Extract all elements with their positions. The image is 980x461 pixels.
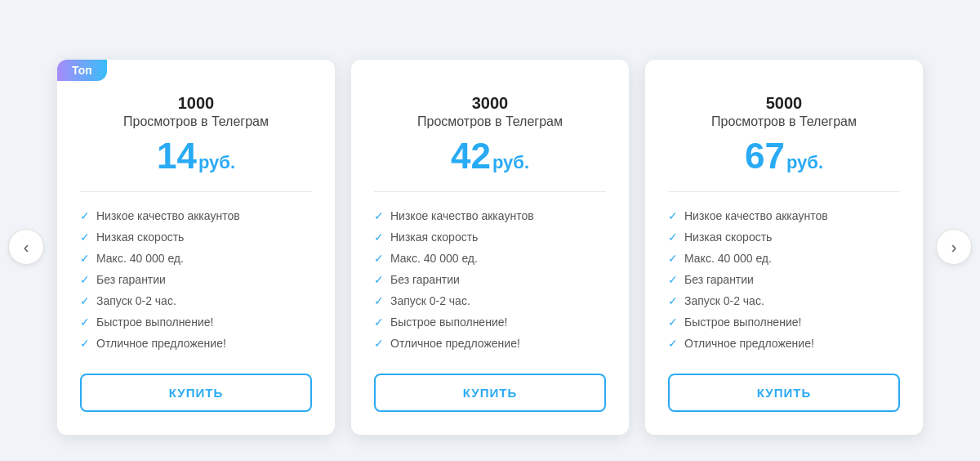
check-icon: ✓ xyxy=(80,337,90,350)
feature-item: ✓ Быстрое выполнение! xyxy=(374,311,606,333)
feature-text: Запуск 0-2 час. xyxy=(684,294,764,307)
feature-text: Низкая скорость xyxy=(684,230,772,244)
check-icon: ✓ xyxy=(668,337,678,350)
check-icon: ✓ xyxy=(374,209,384,222)
check-icon: ✓ xyxy=(668,230,678,244)
feature-text: Быстрое выполнение! xyxy=(390,316,507,329)
feature-item: ✓ Без гарантии xyxy=(374,269,606,290)
price-value: 67 xyxy=(745,136,785,177)
feature-item: ✓ Отличное предложение! xyxy=(80,333,312,354)
price-value: 14 xyxy=(157,136,197,177)
feature-text: Без гарантии xyxy=(96,273,166,286)
feature-item: ✓ Низкая скорость xyxy=(374,226,606,248)
check-icon: ✓ xyxy=(668,316,678,329)
feature-text: Макс. 40 000 ед. xyxy=(390,252,478,265)
card-2: 3000 Просмотров в Телеграм 42 руб. ✓ Низ… xyxy=(351,60,629,435)
check-icon: ✓ xyxy=(80,294,90,307)
feature-item: ✓ Без гарантии xyxy=(668,269,900,290)
check-icon: ✓ xyxy=(668,209,678,222)
card-subtitle: Просмотров в Телеграм xyxy=(417,114,563,129)
prev-button[interactable]: ‹ xyxy=(8,229,44,265)
feature-item: ✓ Быстрое выполнение! xyxy=(668,311,900,333)
feature-item: ✓ Без гарантии xyxy=(80,269,312,290)
feature-item: ✓ Низкая скорость xyxy=(80,226,312,248)
feature-item: ✓ Низкое качество аккаунтов xyxy=(668,205,900,226)
card-price: 42 руб. xyxy=(451,136,529,177)
features-list: ✓ Низкое качество аккаунтов ✓ Низкая ско… xyxy=(668,205,900,354)
feature-item: ✓ Макс. 40 000 ед. xyxy=(80,248,312,269)
check-icon: ✓ xyxy=(374,294,384,307)
feature-text: Низкое качество аккаунтов xyxy=(390,209,534,222)
check-icon: ✓ xyxy=(80,252,90,265)
check-icon: ✓ xyxy=(668,294,678,307)
check-icon: ✓ xyxy=(80,209,90,222)
check-icon: ✓ xyxy=(374,316,384,329)
price-value: 42 xyxy=(451,136,491,177)
check-icon: ✓ xyxy=(374,252,384,265)
feature-text: Запуск 0-2 час. xyxy=(390,294,470,307)
feature-text: Низкое качество аккаунтов xyxy=(96,209,240,222)
feature-item: ✓ Быстрое выполнение! xyxy=(80,311,312,333)
card-1: Топ 1000 Просмотров в Телеграм 14 руб. ✓… xyxy=(57,60,335,435)
divider xyxy=(80,191,312,192)
card-price: 67 руб. xyxy=(745,136,823,177)
card-price: 14 руб. xyxy=(157,136,235,177)
cards-container: Топ 1000 Просмотров в Телеграм 14 руб. ✓… xyxy=(57,60,923,435)
carousel-wrapper: ‹ Топ 1000 Просмотров в Телеграм 14 руб.… xyxy=(8,16,972,461)
card-quantity: 5000 xyxy=(766,94,803,113)
feature-item: ✓ Низкое качество аккаунтов xyxy=(374,205,606,226)
check-icon: ✓ xyxy=(668,273,678,286)
feature-text: Низкая скорость xyxy=(96,230,184,244)
feature-item: ✓ Отличное предложение! xyxy=(668,333,900,354)
check-icon: ✓ xyxy=(374,230,384,244)
feature-text: Низкая скорость xyxy=(390,230,478,244)
feature-item: ✓ Макс. 40 000 ед. xyxy=(668,248,900,269)
card-3: 5000 Просмотров в Телеграм 67 руб. ✓ Низ… xyxy=(645,60,923,435)
next-button[interactable]: › xyxy=(936,229,972,265)
feature-text: Макс. 40 000 ед. xyxy=(96,252,184,265)
card-subtitle: Просмотров в Телеграм xyxy=(711,114,857,129)
feature-text: Запуск 0-2 час. xyxy=(96,294,176,307)
feature-text: Отличное предложение! xyxy=(684,337,814,350)
feature-item: ✓ Запуск 0-2 час. xyxy=(668,290,900,311)
divider xyxy=(374,191,606,192)
check-icon: ✓ xyxy=(374,273,384,286)
buy-button[interactable]: КУПИТЬ xyxy=(668,374,900,412)
divider xyxy=(668,191,900,192)
feature-text: Низкое качество аккаунтов xyxy=(684,209,828,222)
buy-button[interactable]: КУПИТЬ xyxy=(80,374,312,412)
check-icon: ✓ xyxy=(668,252,678,265)
feature-text: Отличное предложение! xyxy=(96,337,226,350)
feature-text: Без гарантии xyxy=(390,273,460,286)
top-badge: Топ xyxy=(57,60,107,81)
feature-text: Быстрое выполнение! xyxy=(684,316,801,329)
feature-text: Отличное предложение! xyxy=(390,337,520,350)
features-list: ✓ Низкое качество аккаунтов ✓ Низкая ско… xyxy=(374,205,606,354)
check-icon: ✓ xyxy=(374,337,384,350)
feature-item: ✓ Запуск 0-2 час. xyxy=(374,290,606,311)
price-suffix: руб. xyxy=(492,152,529,173)
feature-item: ✓ Низкое качество аккаунтов xyxy=(80,205,312,226)
feature-item: ✓ Запуск 0-2 час. xyxy=(80,290,312,311)
feature-text: Макс. 40 000 ед. xyxy=(684,252,772,265)
card-quantity: 3000 xyxy=(472,94,509,113)
check-icon: ✓ xyxy=(80,230,90,244)
card-quantity: 1000 xyxy=(178,94,215,113)
feature-item: ✓ Отличное предложение! xyxy=(374,333,606,354)
feature-text: Быстрое выполнение! xyxy=(96,316,213,329)
card-subtitle: Просмотров в Телеграм xyxy=(123,114,269,129)
price-suffix: руб. xyxy=(198,152,235,173)
check-icon: ✓ xyxy=(80,273,90,286)
buy-button[interactable]: КУПИТЬ xyxy=(374,374,606,412)
feature-item: ✓ Макс. 40 000 ед. xyxy=(374,248,606,269)
check-icon: ✓ xyxy=(80,316,90,329)
features-list: ✓ Низкое качество аккаунтов ✓ Низкая ско… xyxy=(80,205,312,354)
feature-text: Без гарантии xyxy=(684,273,754,286)
feature-item: ✓ Низкая скорость xyxy=(668,226,900,248)
price-suffix: руб. xyxy=(786,152,823,173)
